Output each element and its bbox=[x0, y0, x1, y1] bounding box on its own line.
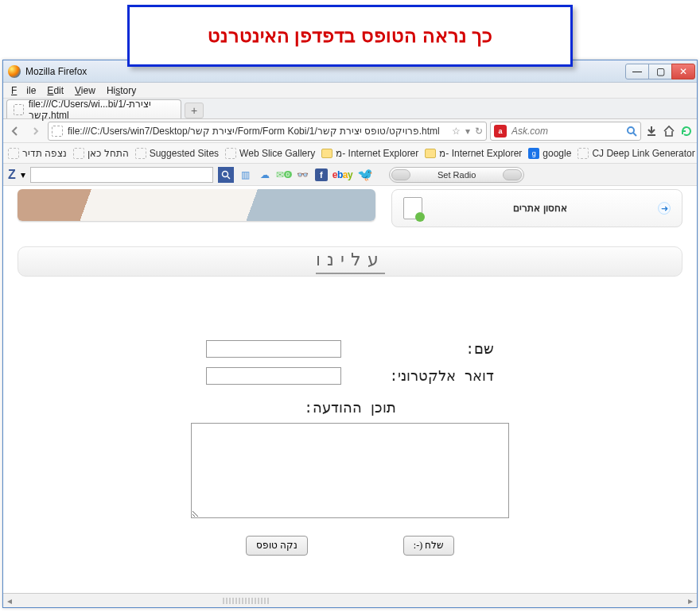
bookmarks-bar: נצפה תדיר התחל כאן Suggested Sites Web S… bbox=[3, 143, 697, 164]
minimize-button[interactable]: — bbox=[625, 64, 649, 79]
close-button[interactable]: ✕ bbox=[671, 64, 695, 79]
document-check-icon bbox=[403, 197, 422, 219]
browser-window: Mozilla Firefox — ▢ ✕ File Edit View His… bbox=[2, 60, 698, 608]
address-bar[interactable]: ☆ ▾ ↻ bbox=[48, 122, 487, 141]
email-label: דואר אלקטרוני: bbox=[351, 367, 494, 385]
resize-grip-icon[interactable] bbox=[223, 598, 270, 604]
statusbar: ◂ ▸ bbox=[3, 593, 697, 607]
star-icon[interactable]: ☆ bbox=[452, 126, 461, 137]
page-viewport[interactable]: ➜ אחסון אתרים עלינו שם: דואר אלקטרוני: ת… bbox=[3, 186, 697, 593]
name-input[interactable] bbox=[206, 340, 341, 358]
send-button[interactable]: שלח (-: bbox=[403, 536, 454, 556]
hero-image bbox=[18, 189, 375, 221]
facebook-icon[interactable]: f bbox=[315, 168, 328, 181]
dropdown-icon[interactable]: ▾ bbox=[465, 126, 470, 137]
site-icon bbox=[52, 126, 63, 137]
svg-point-0 bbox=[628, 127, 634, 134]
hosting-card[interactable]: ➜ אחסון אתרים bbox=[391, 189, 682, 227]
email-input[interactable] bbox=[206, 367, 341, 385]
bookmark-google[interactable]: ggoogle bbox=[528, 148, 571, 159]
zynga-logo-icon[interactable]: Z bbox=[8, 168, 16, 182]
tab-active[interactable]: file:///C:/Users/wi...bi/1/יצירת-קשר.htm… bbox=[6, 99, 181, 118]
clear-button[interactable]: נקה טופס bbox=[246, 536, 308, 556]
menu-history[interactable]: History bbox=[102, 83, 141, 98]
svg-point-2 bbox=[222, 171, 228, 176]
home-icon[interactable] bbox=[662, 124, 676, 138]
bookmark-webslice[interactable]: Web Slice Gallery bbox=[225, 148, 315, 159]
svg-line-1 bbox=[633, 133, 636, 136]
scroll-left-icon[interactable]: ◂ bbox=[3, 595, 16, 606]
about-heading-bar: עלינו bbox=[18, 246, 682, 277]
glasses-icon[interactable]: 👓 bbox=[296, 168, 310, 182]
tabstrip: file:///C:/Users/wi...bi/1/יצירת-קשר.htm… bbox=[3, 99, 697, 119]
bookmark-suggested[interactable]: Suggested Sites bbox=[135, 148, 219, 159]
ask-icon: a bbox=[494, 125, 507, 138]
search-bar[interactable]: a bbox=[490, 122, 641, 141]
about-heading: עלינו bbox=[316, 250, 385, 274]
message-textarea[interactable] bbox=[191, 423, 509, 518]
hosting-label: אחסון אתרים bbox=[513, 203, 566, 214]
twitter-icon[interactable]: 🐦 bbox=[357, 167, 373, 182]
menu-view[interactable]: View bbox=[70, 83, 100, 98]
bookmark-ie-1[interactable]: מ- Internet Explorer bbox=[321, 148, 418, 159]
tab-label: file:///C:/Users/wi...bi/1/יצירת-קשר.htm… bbox=[29, 99, 174, 121]
forward-button[interactable] bbox=[27, 122, 45, 140]
bookmark-start[interactable]: התחל כאן bbox=[73, 148, 128, 159]
bookmark-ie-2[interactable]: מ- Internet Explorer bbox=[425, 148, 522, 159]
set-radio-button[interactable]: Set Radio bbox=[389, 167, 524, 183]
addon-toolbar: Z ▾ ▥ ☁ ✉0 👓 f ebay 🐦 Set Radio bbox=[3, 164, 697, 186]
contact-form: שם: דואר אלקטרוני: תוכן ההודעה: שלח (-: … bbox=[18, 340, 682, 556]
new-tab-button[interactable]: + bbox=[185, 103, 204, 118]
mail-badge-icon[interactable]: ✉0 bbox=[277, 168, 291, 182]
address-input[interactable] bbox=[68, 126, 440, 137]
svg-line-3 bbox=[228, 176, 230, 179]
annotation-caption: כך נראה הטופס בדפדפן האינטרנט bbox=[127, 5, 573, 67]
annotation-caption-text: כך נראה הטופס בדפדפן האינטרנט bbox=[208, 25, 493, 47]
name-label: שם: bbox=[351, 340, 494, 358]
page-icon bbox=[14, 104, 24, 115]
arrow-icon: ➜ bbox=[658, 202, 671, 215]
menu-edit[interactable]: Edit bbox=[42, 83, 68, 98]
bookmark-frequent[interactable]: נצפה תדיר bbox=[8, 148, 67, 159]
maximize-button[interactable]: ▢ bbox=[648, 64, 672, 79]
back-button[interactable] bbox=[6, 122, 24, 140]
window-title: Mozilla Firefox bbox=[25, 66, 87, 77]
addon-search-button[interactable] bbox=[218, 167, 234, 183]
menubar: File Edit View History bbox=[3, 83, 697, 99]
weather-icon[interactable]: ☁ bbox=[258, 168, 272, 182]
firefox-icon bbox=[8, 65, 21, 78]
toolbar-dropdown-icon[interactable]: ▾ bbox=[21, 169, 25, 180]
menu-file[interactable]: File bbox=[6, 83, 41, 98]
reload-icon[interactable]: ↻ bbox=[475, 126, 483, 137]
sync-icon[interactable] bbox=[679, 124, 694, 138]
addon-search-input[interactable] bbox=[30, 167, 213, 183]
popup-icon[interactable]: ▥ bbox=[239, 168, 253, 182]
search-input[interactable] bbox=[511, 126, 623, 137]
ebay-icon[interactable]: ebay bbox=[332, 169, 352, 180]
bookmark-cj[interactable]: CJ Deep Link Generator bbox=[578, 148, 694, 159]
scroll-right-icon[interactable]: ▸ bbox=[684, 595, 697, 606]
search-icon[interactable] bbox=[626, 126, 637, 137]
navbar: ☆ ▾ ↻ a bbox=[3, 119, 697, 143]
message-label: תוכן ההודעה: bbox=[18, 399, 682, 416]
download-icon[interactable] bbox=[644, 124, 659, 138]
